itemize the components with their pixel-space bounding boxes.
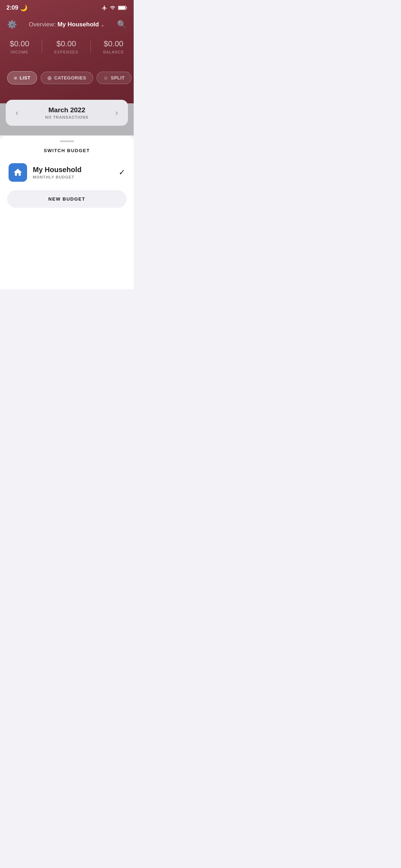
month-navigator: ‹ March 2022 NO TRANSACTIONS ›: [6, 100, 128, 126]
budget-type: MONTHLY BUDGET: [33, 175, 113, 179]
budget-name: My Household: [33, 166, 113, 174]
bottom-sheet: SWITCH BUDGET My Household MONTHLY BUDGE…: [0, 136, 134, 289]
month-title: March 2022: [48, 106, 86, 114]
budget-item-my-household[interactable]: My Household MONTHLY BUDGET ✓: [0, 163, 134, 182]
tab-list[interactable]: ≡ LIST: [7, 71, 37, 84]
sheet-handle[interactable]: [60, 140, 74, 142]
expenses-item: $0.00 EXPENSES: [54, 39, 78, 54]
categories-icon: ◎: [47, 75, 52, 81]
tab-categories[interactable]: ◎ CATEGORIES: [41, 72, 93, 84]
income-item: $0.00 INCOME: [10, 39, 29, 54]
tab-categories-label: CATEGORIES: [54, 75, 86, 81]
moon-icon: 🌙: [20, 4, 27, 12]
tab-split[interactable]: ☺ SPLIT: [97, 72, 132, 84]
nav-title-budget: My Household: [57, 21, 99, 28]
settings-icon[interactable]: ⚙️: [7, 20, 17, 29]
battery-icon: [118, 5, 127, 10]
status-time: 2:09 🌙: [6, 4, 27, 12]
split-icon: ☺: [103, 75, 108, 81]
expenses-label: EXPENSES: [54, 50, 78, 54]
tab-list-label: LIST: [20, 75, 30, 81]
no-transactions-label: NO TRANSACTIONS: [45, 115, 89, 119]
budget-checkmark-icon: ✓: [119, 168, 125, 177]
balance-amount: $0.00: [104, 39, 123, 48]
tab-row: ≡ LIST ◎ CATEGORIES ☺ SPLIT: [0, 71, 134, 84]
balance-label: BALANCE: [103, 50, 124, 54]
next-month-button[interactable]: ›: [113, 107, 121, 119]
budget-icon-wrap: [9, 163, 27, 182]
list-icon: ≡: [14, 75, 17, 81]
nav-bar: ⚙️ Overview: My Household ⌄ 🔍: [0, 16, 134, 33]
nav-title[interactable]: Overview: My Household ⌄: [29, 21, 105, 28]
expenses-amount: $0.00: [56, 39, 76, 48]
divider-2: [91, 40, 91, 53]
svg-rect-1: [118, 6, 125, 9]
income-amount: $0.00: [10, 39, 29, 48]
budget-info: My Household MONTHLY BUDGET: [33, 166, 113, 179]
balance-item: $0.00 BALANCE: [103, 39, 124, 54]
income-label: INCOME: [11, 50, 29, 54]
month-center: March 2022 NO TRANSACTIONS: [45, 106, 89, 119]
svg-rect-2: [126, 7, 127, 9]
house-icon: [13, 167, 23, 177]
sheet-title: SWITCH BUDGET: [44, 148, 90, 153]
search-icon[interactable]: 🔍: [117, 20, 127, 29]
wifi-icon: [109, 5, 116, 11]
prev-month-button[interactable]: ‹: [13, 107, 21, 119]
tab-split-label: SPLIT: [111, 75, 125, 81]
status-bar: 2:09 🌙: [0, 0, 134, 16]
financials-row: $0.00 INCOME $0.00 EXPENSES $0.00 BALANC…: [0, 39, 134, 54]
nav-chevron-icon: ⌄: [101, 22, 105, 27]
time-text: 2:09: [6, 4, 18, 11]
new-budget-button[interactable]: NEW BUDGET: [7, 190, 127, 208]
airplane-icon: [102, 5, 107, 11]
nav-title-prefix: Overview:: [29, 21, 56, 28]
divider-1: [42, 40, 42, 53]
status-icons: [102, 5, 127, 11]
